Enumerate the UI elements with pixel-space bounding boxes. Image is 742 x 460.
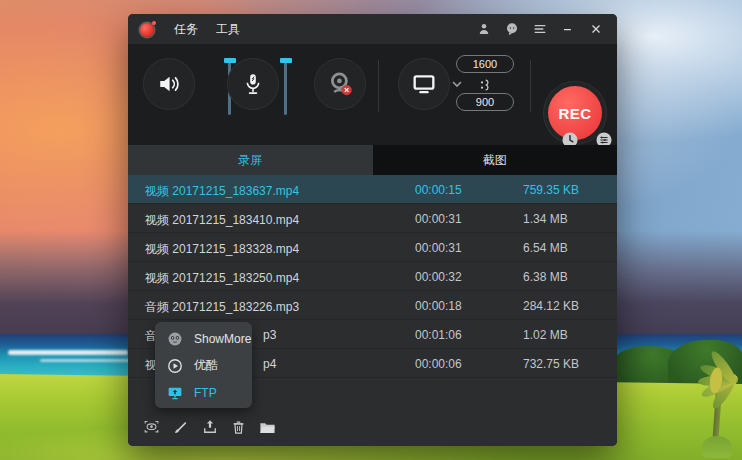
file-name: p4 [263, 357, 276, 371]
preview-eye-icon[interactable] [142, 418, 161, 437]
file-size: 1.34 MB [523, 212, 568, 226]
webcam-button[interactable] [314, 58, 366, 110]
list-item[interactable]: 音频 20171215_183226.mp3 00:00:18 284.12 K… [128, 291, 617, 320]
file-size: 284.12 KB [523, 299, 579, 313]
recorder-app-window: 任务 工具 [128, 14, 617, 446]
close-button[interactable] [587, 20, 605, 38]
delete-trash-icon[interactable] [229, 418, 248, 437]
account-icon[interactable] [475, 20, 493, 38]
wallpaper-wave [8, 350, 128, 355]
list-item[interactable]: 视频 20171215_183250.mp4 00:00:32 6.38 MB [128, 262, 617, 291]
file-name: 视频 20171215_183250.mp4 [145, 270, 299, 287]
system-sound-button[interactable] [143, 58, 195, 110]
edit-brush-icon[interactable] [171, 418, 190, 437]
microphone-button[interactable] [227, 58, 279, 110]
monitor-icon [410, 70, 438, 98]
toolbar-divider [530, 60, 531, 112]
file-duration: 00:01:06 [415, 328, 462, 342]
share-item-ftp[interactable]: FTP [155, 379, 252, 406]
tab-screen-recordings[interactable]: 录屏 [128, 145, 373, 175]
share-popup-menu: ShowMore 优酷 FTP [155, 322, 252, 408]
aspect-link-icon[interactable] [476, 77, 494, 93]
file-size: 1.02 MB [523, 328, 568, 342]
file-name: 视频 20171215_183410.mp4 [145, 212, 299, 229]
feedback-icon[interactable] [503, 20, 521, 38]
file-duration: 00:00:18 [415, 299, 462, 313]
chevron-down-icon [452, 81, 462, 88]
microphone-icon [240, 71, 266, 97]
menu-bar: 任务 工具 [174, 21, 240, 38]
file-size: 6.38 MB [523, 270, 568, 284]
webcam-disabled-icon [325, 69, 355, 99]
file-name: 视频 20171215_183328.mp4 [145, 241, 299, 258]
record-width-input[interactable] [456, 55, 514, 73]
menu-tasks[interactable]: 任务 [174, 21, 198, 38]
file-duration: 00:00:32 [415, 270, 462, 284]
open-folder-icon[interactable] [258, 418, 277, 437]
file-duration: 00:00:31 [415, 241, 462, 255]
list-item[interactable]: 视频 20171215_183637.mp4 00:00:15 759.35 K… [128, 175, 617, 204]
list-item[interactable]: 视频 20171215_183410.mp4 00:00:31 1.34 MB [128, 204, 617, 233]
youku-play-icon [166, 357, 184, 375]
file-actions-bar [128, 408, 617, 446]
file-size: 759.35 KB [523, 183, 579, 197]
main-menu-icon[interactable] [531, 20, 549, 38]
titlebar: 任务 工具 [128, 14, 617, 44]
app-logo-icon [139, 21, 156, 38]
file-size: 732.75 KB [523, 357, 579, 371]
file-name: 音频 20171215_183226.mp3 [145, 299, 299, 316]
tab-screenshots[interactable]: 截图 [373, 145, 618, 175]
share-item-youku[interactable]: 优酷 [155, 352, 252, 379]
file-duration: 00:00:31 [415, 212, 462, 226]
ftp-server-icon [166, 384, 184, 402]
showmore-icon [166, 330, 184, 348]
recording-toolbar: REC [128, 44, 617, 145]
tab-bar: 录屏 截图 [128, 145, 617, 175]
display-select-button[interactable] [398, 58, 450, 110]
share-item-showmore[interactable]: ShowMore [155, 325, 252, 352]
share-item-label: ShowMore [194, 332, 251, 346]
file-name: 视频 20171215_183637.mp4 [145, 183, 299, 200]
share-item-label: FTP [194, 386, 217, 400]
toolbar-divider [378, 60, 379, 112]
file-duration: 00:00:06 [415, 357, 462, 371]
microphone-volume-slider[interactable] [284, 60, 287, 115]
speaker-icon [155, 70, 183, 98]
file-name: p3 [263, 328, 276, 342]
upload-share-icon[interactable] [200, 418, 219, 437]
wallpaper-palm-tree [688, 338, 742, 460]
share-item-label: 优酷 [194, 357, 218, 374]
wallpaper-wave [40, 359, 130, 362]
file-duration: 00:00:15 [415, 183, 462, 197]
list-item[interactable]: 视频 20171215_183328.mp4 00:00:31 6.54 MB [128, 233, 617, 262]
menu-tools[interactable]: 工具 [216, 21, 240, 38]
record-height-input[interactable] [456, 93, 514, 111]
minimize-button[interactable] [559, 20, 577, 38]
file-size: 6.54 MB [523, 241, 568, 255]
